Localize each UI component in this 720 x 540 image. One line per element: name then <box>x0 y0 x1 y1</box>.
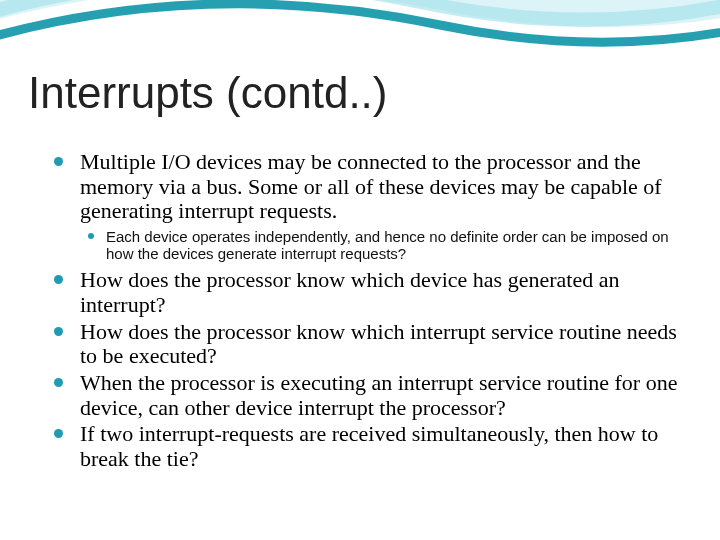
slide-body: Multiple I/O devices may be connected to… <box>44 150 684 473</box>
bullet-item: Multiple I/O devices may be connected to… <box>80 150 684 262</box>
bullet-item: How does the processor know which interr… <box>80 320 684 369</box>
bullet-text: Multiple I/O devices may be connected to… <box>80 149 662 223</box>
bullet-item: If two interrupt-requests are received s… <box>80 422 684 471</box>
sub-bullet-item: Each device operates independently, and … <box>106 228 684 263</box>
bullet-text: When the processor is executing an inter… <box>80 370 677 420</box>
bullet-list: Multiple I/O devices may be connected to… <box>44 150 684 471</box>
slide: Interrupts (contd..) Multiple I/O device… <box>0 0 720 540</box>
bullet-item: How does the processor know which device… <box>80 268 684 317</box>
bullet-text: How does the processor know which device… <box>80 267 619 317</box>
sub-bullet-text: Each device operates independently, and … <box>106 228 669 262</box>
bullet-item: When the processor is executing an inter… <box>80 371 684 420</box>
bullet-text: How does the processor know which interr… <box>80 319 677 369</box>
slide-title: Interrupts (contd..) <box>28 68 387 118</box>
sub-bullet-list: Each device operates independently, and … <box>80 228 684 263</box>
bullet-text: If two interrupt-requests are received s… <box>80 421 658 471</box>
